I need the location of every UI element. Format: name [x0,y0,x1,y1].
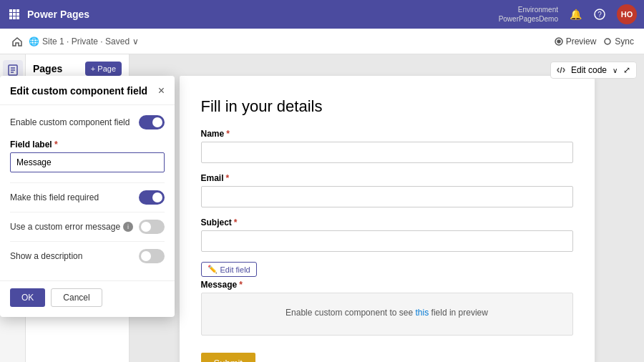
svg-rect-2 [16,9,19,12]
form-group-email: Email * [201,173,573,207]
pages-panel-header: Pages + Page [33,62,122,76]
email-input[interactable] [201,186,573,207]
svg-rect-7 [13,16,16,19]
custom-error-label: Use a custom error message i [10,222,133,232]
field-label-section: Field label * [10,140,165,172]
avatar[interactable]: HO [617,4,637,24]
subject-required: * [234,217,238,228]
top-nav-right: Environment PowerPagesDemo 🔔 ? HO [499,4,637,24]
message-required: * [239,280,243,290]
custom-error-toggle[interactable] [139,220,165,234]
edit-code-button[interactable]: Edit code ∨ ⤢ [550,62,637,79]
globe-icon: 🌐 [29,36,39,47]
svg-rect-6 [9,16,12,19]
form-preview: Fill in your details Name * Email * [180,76,595,362]
enable-message: Enable custom component to see this fiel… [210,302,564,323]
environment-info: Environment PowerPagesDemo [499,5,558,24]
add-page-button[interactable]: + Page [85,62,122,76]
form-container: Fill in your details Name * Email * [180,76,595,362]
subject-label: Subject * [201,217,573,228]
fullscreen-icon[interactable]: ⤢ [623,65,630,75]
form-group-subject: Subject * [201,217,573,252]
svg-text:?: ? [597,11,602,19]
modal-body: Enable custom component field Field labe… [0,105,175,280]
svg-rect-0 [9,9,12,12]
chevron-down-icon[interactable]: ∨ [132,36,139,47]
sub-nav: 🌐 Site 1 · Private · Saved ∨ Preview Syn… [0,29,644,54]
make-required-label: Make this field required [10,192,99,202]
svg-rect-5 [16,13,19,16]
submit-button[interactable]: Submit [201,353,255,362]
form-group-message: ✏️ Edit field Message * Enable custom co… [201,262,573,336]
top-nav: Power Pages Environment PowerPagesDemo 🔔… [0,0,644,29]
main-layout: Pages + Page Main navigation 🏠 Home › 📄 … [0,54,644,362]
field-label-heading: Field label * [10,140,165,150]
this-link[interactable]: this [416,308,429,318]
make-required-toggle[interactable] [139,190,165,205]
subject-input[interactable] [201,230,573,252]
svg-rect-1 [13,9,16,12]
custom-error-row: Use a custom error message i [10,212,165,241]
content-area: Edit code ∨ ⤢ Fill in your details Name … [130,54,644,362]
pencil-icon: ✏️ [208,265,218,274]
modal-close-button[interactable]: × [158,84,165,97]
svg-rect-4 [13,13,16,16]
show-desc-toggle[interactable] [139,249,165,263]
message-label: Message * [201,280,573,290]
site-info: 🌐 Site 1 · Private · Saved ∨ [29,36,139,47]
name-label: Name * [201,129,573,139]
name-input[interactable] [201,142,573,163]
home-icon[interactable] [10,34,24,49]
grid-icon[interactable] [7,7,21,21]
enable-row: Enable custom component field [10,115,165,129]
email-required: * [226,173,230,183]
message-area: Enable custom component to see this fiel… [201,293,573,336]
name-required: * [226,129,230,139]
make-required-row: Make this field required [10,182,165,212]
pages-panel-title: Pages [33,63,62,74]
field-label-required: * [54,140,58,150]
sub-nav-right: Preview Sync [555,36,634,47]
cancel-button[interactable]: Cancel [51,288,102,307]
sync-button[interactable]: Sync [603,36,634,47]
field-label-input[interactable] [10,152,165,172]
edit-component-modal: Edit custom component field × Enable cus… [0,76,175,317]
svg-rect-8 [16,16,19,19]
enable-toggle[interactable] [139,115,165,129]
modal-header: Edit custom component field × [0,76,175,105]
preview-button[interactable]: Preview [555,36,597,47]
show-desc-label: Show a description [10,251,82,261]
ok-button[interactable]: OK [10,288,45,307]
edit-field-button[interactable]: ✏️ Edit field [201,262,257,277]
modal-footer: OK Cancel [0,280,175,317]
bell-icon[interactable]: 🔔 [568,7,582,21]
chevron-expand-icon: ∨ [613,67,618,74]
enable-label: Enable custom component field [10,117,130,127]
form-group-name: Name * [201,129,573,163]
top-nav-left: Power Pages [7,7,89,21]
help-icon[interactable]: ? [592,7,607,21]
sub-nav-left: 🌐 Site 1 · Private · Saved ∨ [10,34,139,49]
show-desc-row: Show a description [10,241,165,270]
modal-title: Edit custom component field [10,85,147,97]
form-title: Fill in your details [201,97,573,116]
info-icon[interactable]: i [123,222,133,232]
svg-point-12 [557,40,560,43]
email-label: Email * [201,173,573,183]
app-name: Power Pages [27,9,89,20]
svg-rect-3 [9,13,12,16]
